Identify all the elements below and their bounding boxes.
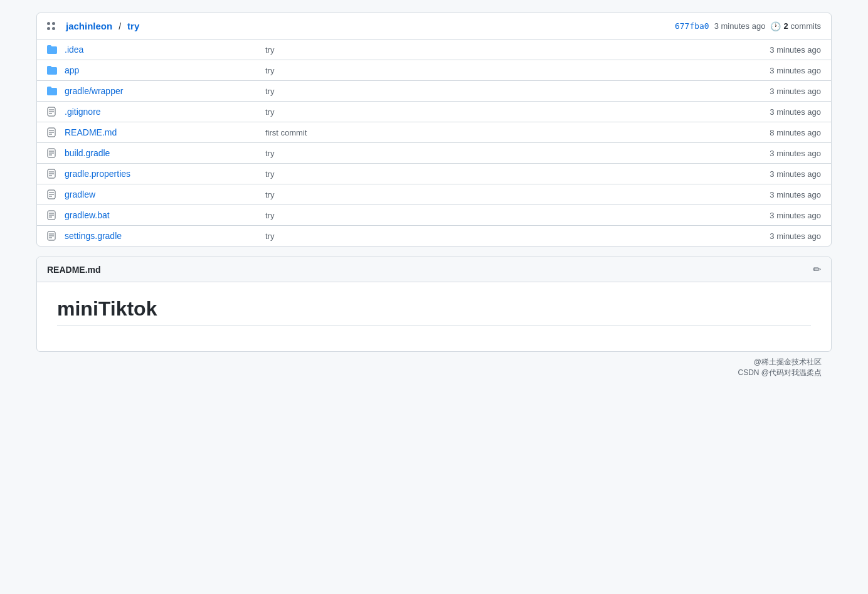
table-row: README.md first commit 8 minutes ago — [37, 122, 831, 143]
avatar — [47, 22, 60, 30]
file-time: 3 minutes ago — [733, 149, 821, 158]
repo-file-browser: jachinleon / try 677fba0 3 minutes ago 🕐… — [36, 13, 832, 247]
commit-hash[interactable]: 677fba0 — [675, 21, 709, 31]
commit-message: try — [265, 190, 733, 199]
folder-icon — [47, 65, 65, 75]
readme-content: miniTiktok — [37, 282, 831, 351]
commit-message: try — [265, 169, 733, 179]
table-row: app try 3 minutes ago — [37, 60, 831, 81]
edit-icon[interactable]: ✏ — [813, 263, 821, 275]
file-icon — [47, 189, 65, 199]
file-name[interactable]: settings.gradle — [65, 231, 265, 241]
file-name[interactable]: README.md — [65, 127, 265, 137]
watermark-line2: CSDN @代码对我温柔点 — [46, 368, 822, 378]
file-icon — [47, 210, 65, 220]
commit-message: try — [265, 231, 733, 241]
table-row: .idea try 3 minutes ago — [37, 40, 831, 60]
commit-message: try — [265, 211, 733, 220]
file-time: 3 minutes ago — [733, 231, 821, 241]
table-row: gradle/wrapper try 3 minutes ago — [37, 81, 831, 102]
table-row: .gitignore try 3 minutes ago — [37, 102, 831, 122]
commit-info: 677fba0 3 minutes ago 🕐 2 commits — [675, 21, 821, 31]
file-icon — [47, 148, 65, 158]
table-row: gradlew.bat try 3 minutes ago — [37, 205, 831, 226]
repo-identity: jachinleon / try — [47, 21, 139, 31]
file-icon — [47, 231, 65, 241]
commit-message: try — [265, 45, 733, 55]
readme-heading: miniTiktok — [57, 297, 811, 326]
commits-label: commits — [791, 21, 821, 31]
file-time: 8 minutes ago — [733, 128, 821, 137]
readme-header: README.md ✏ — [37, 257, 831, 282]
commits-link[interactable]: 🕐 2 commits — [770, 21, 821, 31]
file-name[interactable]: gradlew.bat — [65, 210, 265, 220]
file-icon — [47, 107, 65, 117]
file-name[interactable]: .gitignore — [65, 107, 265, 117]
commit-message: first commit — [265, 128, 733, 137]
table-row: gradle.properties try 3 minutes ago — [37, 164, 831, 184]
clock-icon: 🕐 — [770, 21, 781, 31]
watermark: @稀土掘金技术社区 CSDN @代码对我温柔点 — [36, 352, 832, 383]
commits-count: 2 — [783, 21, 788, 31]
watermark-line1: @稀土掘金技术社区 — [46, 357, 822, 368]
file-name[interactable]: gradle.properties — [65, 169, 265, 179]
file-name[interactable]: app — [65, 65, 265, 75]
repo-owner[interactable]: jachinleon — [66, 21, 112, 31]
repo-header: jachinleon / try 677fba0 3 minutes ago 🕐… — [37, 13, 831, 40]
file-name[interactable]: .idea — [65, 45, 265, 55]
file-time: 3 minutes ago — [733, 169, 821, 179]
file-list: .idea try 3 minutes ago app try 3 minute… — [37, 40, 831, 246]
table-row: gradlew try 3 minutes ago — [37, 184, 831, 205]
file-name[interactable]: gradle/wrapper — [65, 86, 265, 96]
file-time: 3 minutes ago — [733, 45, 821, 55]
commit-message: try — [265, 87, 733, 96]
file-icon — [47, 127, 65, 137]
table-row: settings.gradle try 3 minutes ago — [37, 226, 831, 246]
file-time: 3 minutes ago — [733, 211, 821, 220]
file-time: 3 minutes ago — [733, 190, 821, 199]
readme-box: README.md ✏ miniTiktok — [36, 257, 832, 352]
table-row: build.gradle try 3 minutes ago — [37, 143, 831, 164]
readme-title: README.md — [47, 265, 101, 275]
file-time: 3 minutes ago — [733, 66, 821, 75]
file-time: 3 minutes ago — [733, 87, 821, 96]
file-name[interactable]: gradlew — [65, 189, 265, 199]
folder-icon — [47, 45, 65, 55]
commit-message: try — [265, 149, 733, 158]
file-name[interactable]: build.gradle — [65, 148, 265, 158]
commit-time: 3 minutes ago — [714, 21, 766, 31]
folder-icon — [47, 86, 65, 96]
file-time: 3 minutes ago — [733, 107, 821, 117]
repo-name[interactable]: try — [127, 21, 139, 31]
file-icon — [47, 169, 65, 179]
commit-message: try — [265, 66, 733, 75]
commit-message: try — [265, 107, 733, 117]
